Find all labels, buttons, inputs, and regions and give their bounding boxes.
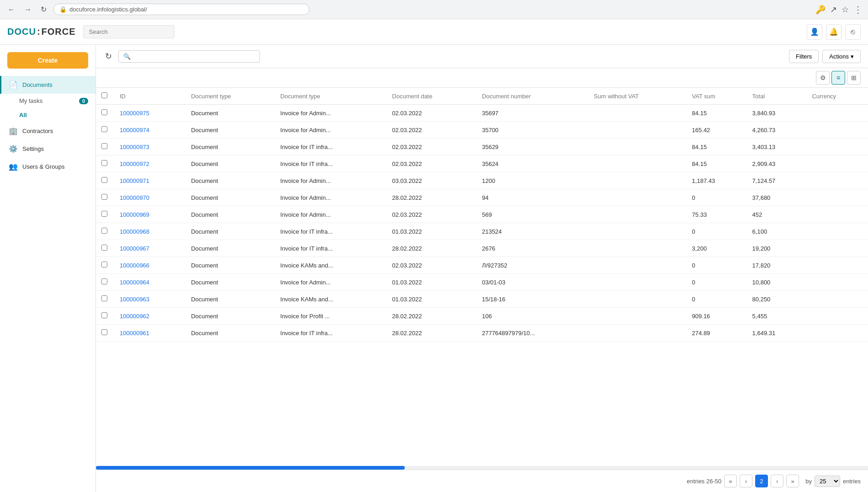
table-row: 100000974 Document Invoice for Admin... … [96,122,868,139]
row-doc-date: 03.03.2022 [386,172,476,189]
doc-id-link[interactable]: 100000967 [120,245,149,252]
grid-icon: ⊞ [851,74,857,81]
current-page-button[interactable]: 2 [755,475,768,487]
doc-id-link[interactable]: 100000961 [120,330,149,337]
next-page-button[interactable]: › [771,475,783,487]
row-doc-number: Л/927352 [476,257,588,274]
horizontal-scrollbar[interactable] [96,466,868,470]
user-icon-button[interactable]: 👤 [807,24,822,40]
doc-id-link[interactable]: 100000969 [120,211,149,218]
search-input[interactable] [133,53,255,60]
row-id: 100000975 [114,105,185,122]
row-total: 7,124.57 [747,172,807,189]
forward-button[interactable]: → [22,5,34,15]
prev-page-button[interactable]: ‹ [740,475,752,487]
row-doc-type-2: Invoice for IT infra... [275,325,387,342]
sidebar-item-users-groups[interactable]: 👥 Users & Groups [0,158,95,176]
row-checkbox[interactable] [101,160,107,166]
refresh-button[interactable]: ↻ [103,49,114,63]
row-doc-type-1: Document [185,325,275,342]
back-button[interactable]: ← [5,5,17,15]
row-checkbox[interactable] [101,228,107,234]
row-total: 3,403.13 [747,139,807,155]
per-page-select[interactable]: 25 50 100 [815,476,840,487]
doc-id-link[interactable]: 100000962 [120,313,149,320]
row-doc-type-2: Invoice for Profit ... [275,308,387,325]
doc-id-link[interactable]: 100000966 [120,262,149,269]
logout-icon-button[interactable]: ⎋ [845,24,861,40]
doc-id-link[interactable]: 100000973 [120,144,149,150]
scrollbar-thumb[interactable] [96,466,405,470]
pagination-info: entries 26-50 [687,478,721,485]
last-page-button[interactable]: » [786,475,799,487]
header-right: 👤 🔔 ⎋ [807,24,861,40]
sidebar-item-contractors[interactable]: 🏢 Contractors [0,122,95,140]
row-checkbox[interactable] [101,109,107,115]
col-currency: Currency [806,88,868,105]
row-checkbox[interactable] [101,312,107,318]
row-checkbox[interactable] [101,262,107,267]
row-currency [806,274,868,291]
row-currency [806,206,868,223]
url-bar[interactable]: 🔒 docuforce.infologistics.global/ [53,4,309,15]
row-doc-date: 02.03.2022 [386,257,476,274]
row-doc-number: 1200 [476,172,588,189]
doc-id-link[interactable]: 100000974 [120,127,149,134]
row-doc-type-2: Invoice KAMs and... [275,291,387,308]
sidebar-item-my-tasks[interactable]: My tasks 0 [0,94,95,108]
row-vat-sum: 75.33 [687,206,747,223]
contractors-icon: 🏢 [9,127,18,135]
doc-id-link[interactable]: 100000972 [120,160,149,167]
list-view-button[interactable]: ≡ [831,71,845,85]
notifications-icon-button[interactable]: 🔔 [826,24,842,40]
doc-id-link[interactable]: 100000968 [120,228,149,235]
sidebar-item-documents[interactable]: 📄 Documents [0,76,95,94]
row-checkbox[interactable] [101,245,107,251]
grid-view-button[interactable]: ⊞ [847,71,861,85]
row-checkbox[interactable] [101,194,107,200]
browser-chrome: ← → ↻ 🔒 docuforce.infologistics.global/ … [0,0,868,19]
doc-id-link[interactable]: 100000964 [120,279,149,286]
row-checkbox[interactable] [101,295,107,301]
sidebar-item-settings[interactable]: ⚙️ Settings [0,140,95,158]
first-page-button[interactable]: « [724,475,737,487]
row-checkbox[interactable] [101,126,107,132]
select-all-checkbox[interactable] [101,92,107,98]
row-sum-no-vat [588,223,687,240]
sidebar-users-groups-label: Users & Groups [22,163,64,170]
doc-id-link[interactable]: 100000963 [120,296,149,303]
doc-id-link[interactable]: 100000970 [120,194,149,201]
reload-button[interactable]: ↻ [38,4,49,15]
browser-menu-button[interactable]: ⋮ [853,4,863,15]
header-search-input[interactable] [83,25,175,38]
row-sum-no-vat [588,240,687,257]
row-checkbox[interactable] [101,143,107,149]
row-sum-no-vat [588,291,687,308]
row-total: 5,455 [747,308,807,325]
create-button[interactable]: Create [7,52,88,69]
doc-id-link[interactable]: 100000975 [120,110,149,117]
row-checkbox-cell [96,257,114,274]
row-vat-sum: 274.89 [687,325,747,342]
actions-button[interactable]: Actions ▾ [822,50,861,63]
row-doc-type-1: Document [185,122,275,139]
row-doc-type-1: Document [185,257,275,274]
row-checkbox[interactable] [101,329,107,335]
row-checkbox-cell [96,155,114,172]
settings-view-button[interactable]: ⚙ [816,71,830,85]
table-row: 100000962 Document Invoice for Profit ..… [96,308,868,325]
row-checkbox[interactable] [101,278,107,284]
row-doc-type-2: Invoice KAMs and... [275,257,387,274]
sidebar-item-all[interactable]: All [0,108,95,122]
row-doc-type-1: Document [185,105,275,122]
row-total: 80,250 [747,291,807,308]
settings-icon: ⚙️ [9,144,18,153]
all-label: All [19,112,27,118]
row-checkbox[interactable] [101,211,107,217]
row-sum-no-vat [588,122,687,139]
row-doc-date: 28.02.2022 [386,240,476,257]
row-checkbox[interactable] [101,177,107,183]
row-doc-date: 01.03.2022 [386,274,476,291]
doc-id-link[interactable]: 100000971 [120,177,149,184]
filters-button[interactable]: Filters [789,50,819,63]
